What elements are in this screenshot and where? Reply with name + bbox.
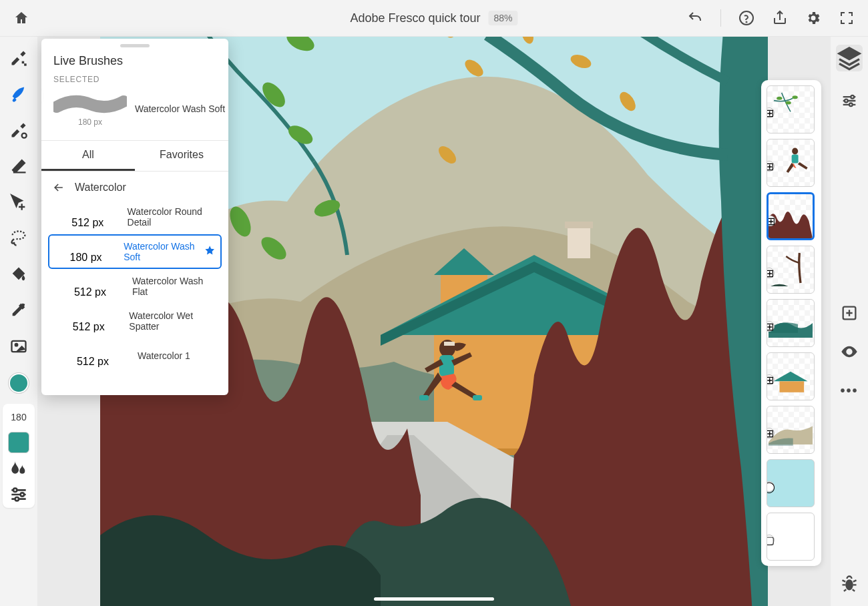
brush-item[interactable]: 512 px Watercolor 1 [48, 338, 222, 373]
place-image-tool-icon[interactable] [9, 337, 28, 356]
layer-type-badge-icon: ⊞ [767, 321, 775, 332]
layer-thumb[interactable]: ⊞ [767, 299, 815, 347]
eraser-tool-icon[interactable] [9, 157, 28, 176]
brush-size-field[interactable]: 180 [7, 408, 31, 426]
svg-point-58 [786, 101, 791, 105]
color-swatch[interactable] [9, 373, 29, 393]
fullscreen-icon[interactable] [839, 10, 855, 26]
home-indicator[interactable] [374, 597, 494, 601]
move-transform-tool-icon[interactable] [9, 193, 28, 212]
eyedropper-tool-icon[interactable] [9, 301, 28, 320]
layer-thumb[interactable]: ⊞ [767, 406, 815, 454]
svg-rect-24 [419, 395, 429, 400]
zoom-level[interactable]: 88% [489, 11, 518, 25]
svg-rect-26 [444, 342, 455, 346]
svg-rect-25 [473, 395, 482, 400]
home-icon[interactable] [13, 10, 29, 26]
layer-type-badge-icon: ⊞ [767, 374, 775, 385]
svg-rect-63 [780, 381, 805, 392]
tab-all[interactable]: All [41, 141, 135, 171]
svg-rect-61 [792, 155, 799, 164]
lasso-tool-icon[interactable] [9, 229, 28, 248]
layer-thumb[interactable]: ⊞ [767, 192, 815, 240]
undo-icon[interactable] [687, 10, 703, 26]
divider [720, 9, 721, 27]
svg-point-57 [777, 97, 782, 100]
brush-size-label: 512 px [71, 217, 103, 229]
brush-name-label: Watercolor Wet Spatter [129, 310, 215, 332]
brush-panel: Live Brushes SELECTED 180 px Watercolor … [41, 39, 228, 395]
live-brush-tool-icon[interactable] [9, 85, 28, 103]
layer-properties-icon[interactable] [840, 91, 859, 110]
gear-icon[interactable] [805, 10, 821, 26]
layer-thumb[interactable]: ⊞ [767, 85, 815, 133]
document-title: Adobe Fresco quick tour [350, 11, 480, 25]
layer-thumb[interactable]: ⊞ [767, 139, 815, 187]
brush-size-label: 512 px [73, 321, 105, 333]
layer-type-badge-icon: ⊞ [767, 161, 775, 172]
svg-point-52 [851, 95, 854, 99]
layer-type-badge-icon: ⊞ [767, 107, 775, 118]
brush-size-label: 512 px [77, 356, 109, 368]
brush-properties-group: 180 [3, 404, 35, 508]
svg-rect-3 [24, 63, 27, 66]
brush-category-row[interactable]: Watercolor [41, 172, 228, 200]
bug-icon[interactable] [840, 574, 859, 593]
svg-point-8 [21, 493, 24, 496]
add-layer-icon[interactable] [840, 304, 859, 322]
svg-rect-15 [565, 222, 593, 228]
star-icon[interactable] [204, 245, 215, 258]
selected-brush-name: Watercolor Wash Soft [135, 103, 225, 115]
left-toolbar: 180 [0, 37, 37, 606]
layer-type-badge-icon: ⊞ [767, 268, 775, 278]
visibility-icon[interactable] [840, 342, 859, 361]
layers-panel: ⊞ ⊞ ⊞ ⊞ ⊞ ⊞ ⊞ ◯ ▢ [761, 80, 821, 566]
layer-type-badge-icon: ⊞ [767, 428, 775, 438]
brush-tabs: All Favorites [41, 141, 228, 172]
help-icon[interactable] [738, 10, 754, 26]
brush-name-label: Watercolor Wash Soft [124, 241, 197, 262]
watercolor-flow-icon[interactable] [8, 459, 29, 480]
svg-point-6 [15, 344, 18, 346]
brush-item[interactable]: 180 px Watercolor Wash Soft [48, 234, 222, 269]
brush-name-label: Watercolor Round Detail [128, 206, 215, 228]
svg-marker-62 [773, 372, 807, 382]
brush-size-label: 512 px [74, 286, 106, 298]
pixel-brush-tool-icon[interactable] [9, 49, 28, 67]
layer-thumb[interactable]: ⊞ [767, 352, 815, 400]
brush-item[interactable]: 512 px Watercolor Wet Spatter [48, 304, 222, 338]
svg-rect-14 [568, 225, 590, 258]
brush-settings-icon[interactable] [8, 485, 29, 504]
vector-brush-tool-icon[interactable] [9, 121, 28, 139]
brush-category-label: Watercolor [75, 182, 126, 194]
layer-thumb[interactable]: ◯ [767, 459, 815, 507]
brush-list[interactable]: 512 px Watercolor Round Detail 180 px Wa… [41, 200, 228, 395]
svg-rect-2 [22, 61, 25, 64]
brush-panel-title: Live Brushes [41, 50, 228, 75]
layer-thumb[interactable]: ▢ [767, 513, 815, 561]
more-options-icon[interactable]: ••• [840, 381, 859, 400]
color-chip[interactable] [8, 432, 29, 453]
svg-point-4 [22, 133, 27, 138]
layer-type-badge-icon: ▢ [767, 535, 775, 545]
svg-point-7 [13, 489, 17, 492]
layer-thumb[interactable]: ⊞ [767, 246, 815, 294]
svg-point-9 [15, 497, 19, 501]
top-bar: Adobe Fresco quick tour 88% [0, 0, 868, 37]
svg-point-53 [845, 99, 848, 103]
share-icon[interactable] [772, 10, 788, 26]
brush-item[interactable]: 512 px Watercolor Round Detail [48, 200, 222, 234]
svg-point-59 [793, 95, 798, 99]
tab-favorites[interactable]: Favorites [135, 141, 228, 171]
brush-item[interactable]: 512 px Watercolor Wash Flat [48, 269, 222, 304]
svg-point-56 [845, 579, 853, 590]
selected-label: SELECTED [53, 75, 216, 84]
back-arrow-icon[interactable] [52, 181, 65, 194]
selected-brush-size: 180 px [78, 117, 102, 127]
svg-point-60 [792, 148, 798, 155]
svg-point-54 [849, 103, 853, 107]
drag-handle[interactable] [120, 44, 150, 47]
fill-tool-icon[interactable] [9, 265, 28, 284]
layers-icon[interactable] [836, 45, 863, 71]
brush-name-label: Watercolor 1 [138, 350, 190, 361]
